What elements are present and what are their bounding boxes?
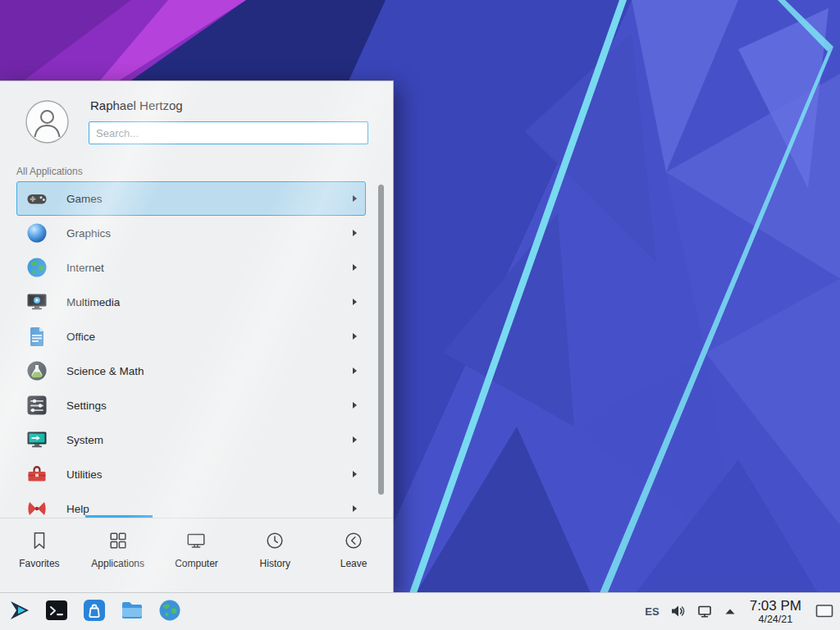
app-launcher-button[interactable] [5, 598, 32, 625]
category-label: Utilities [66, 468, 103, 481]
category-system[interactable]: System [16, 422, 366, 457]
category-label: Games [66, 193, 103, 205]
category-utilities[interactable]: Utilities [16, 457, 366, 491]
terminal-button[interactable] [43, 598, 70, 625]
volume-icon[interactable] [670, 604, 687, 619]
clock[interactable]: 7:03 PM 4/24/21 [746, 598, 805, 626]
chevron-right-icon [353, 471, 357, 477]
chevron-right-icon [353, 264, 357, 271]
category-label: Internet [66, 262, 104, 274]
web-browser-button[interactable] [156, 598, 183, 625]
chevron-right-icon [353, 505, 357, 512]
app-launcher-icon [7, 598, 31, 625]
web-browser-icon [158, 598, 182, 625]
software-center-button[interactable] [80, 598, 107, 625]
gamepad-icon [25, 187, 48, 210]
file-manager-button[interactable] [118, 598, 145, 625]
help-icon [25, 497, 48, 520]
tab-computer[interactable]: Computer [158, 518, 236, 593]
screen: Raphael Hertzog All Applications Games [0, 0, 840, 630]
sliders-icon [25, 394, 48, 417]
tab-leave[interactable]: Leave [314, 518, 393, 593]
show-desktop-button[interactable] [815, 604, 833, 619]
chevron-right-icon [353, 195, 357, 202]
category-graphics[interactable]: Graphics [16, 216, 366, 250]
chevron-right-icon [353, 333, 357, 340]
category-label: Settings [66, 399, 107, 412]
taskbar-panel: ES 7:03 PM [0, 592, 840, 630]
category-multimedia[interactable]: Multimedia [16, 285, 366, 319]
category-label: Science & Math [66, 365, 144, 377]
tab-label: Computer [175, 558, 218, 569]
category-games[interactable]: Games [16, 181, 366, 216]
category-list: Games Gr [16, 181, 366, 526]
expand-tray-icon[interactable] [724, 607, 736, 616]
tab-label: Applications [91, 558, 144, 569]
category-science-math[interactable]: Science & Math [16, 354, 366, 388]
bookmark-icon [29, 530, 50, 551]
scrollbar-thumb[interactable] [378, 185, 384, 495]
globe-icon [25, 256, 48, 279]
category-office[interactable]: Office [16, 319, 366, 354]
user-avatar[interactable] [25, 100, 69, 144]
tab-label: Leave [340, 558, 368, 569]
section-label: All Applications [16, 166, 83, 177]
tab-applications[interactable]: Applications [79, 518, 158, 593]
scrollbar[interactable] [378, 185, 384, 495]
user-name: Raphael Hertzog [90, 98, 183, 112]
leave-icon [343, 530, 364, 551]
grid-icon [107, 530, 129, 551]
system-monitor-icon [25, 428, 48, 451]
clock-time: 7:03 PM [750, 598, 801, 614]
category-internet[interactable]: Internet [16, 250, 366, 285]
flask-icon [25, 359, 48, 382]
folder-icon [120, 598, 144, 625]
toolbox-icon [25, 463, 48, 486]
taskbar-launchers [5, 598, 183, 625]
clock-date: 4/24/21 [758, 614, 792, 625]
clock-icon [264, 530, 285, 551]
category-label: Office [66, 331, 95, 343]
category-label: Graphics [66, 227, 111, 240]
show-desktop-icon [815, 604, 833, 619]
chevron-right-icon [353, 402, 357, 409]
category-label: Multimedia [66, 296, 120, 308]
computer-icon [185, 530, 207, 551]
keyboard-layout-indicator[interactable]: ES [645, 605, 659, 618]
search-input[interactable] [89, 121, 368, 144]
monitor-play-icon [25, 290, 48, 313]
launcher-tabbar: Favorites Applications [0, 518, 393, 593]
category-settings[interactable]: Settings [16, 388, 366, 422]
tab-favorites[interactable]: Favorites [0, 518, 79, 593]
chevron-right-icon [353, 368, 357, 374]
software-center-icon [82, 598, 107, 625]
category-label: Help [66, 503, 89, 515]
terminal-icon [44, 598, 69, 625]
document-icon [25, 325, 48, 348]
application-launcher: Raphael Hertzog All Applications Games [0, 80, 394, 592]
tab-label: Favorites [19, 558, 59, 569]
chevron-right-icon [353, 299, 357, 305]
user-icon [25, 100, 69, 144]
category-label: System [66, 434, 103, 446]
tab-label: History [260, 558, 290, 569]
system-tray: ES 7:03 PM [645, 598, 833, 626]
network-icon[interactable] [697, 605, 714, 619]
sphere-icon [25, 221, 48, 244]
active-tab-indicator [85, 515, 153, 518]
chevron-right-icon [353, 436, 357, 443]
chevron-right-icon [353, 230, 357, 236]
tab-history[interactable]: History [235, 518, 314, 593]
